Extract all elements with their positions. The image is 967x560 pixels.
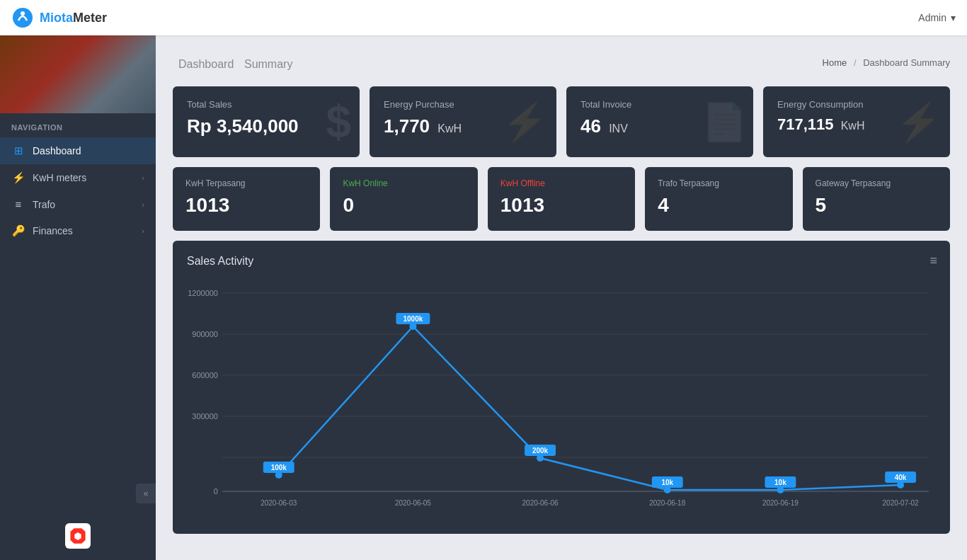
sidebar-item-kwh-label: KwH meters [33, 172, 86, 183]
kwh-online-value: 0 [343, 194, 464, 217]
nav-label: Navigation [0, 113, 156, 137]
svg-text:300000: 300000 [192, 412, 218, 421]
gateway-terpasang-value: 5 [816, 194, 937, 217]
status-cards-row: KwH Terpasang 1013 KwH Online 0 KwH Offl… [173, 167, 950, 231]
sidebar-item-dashboard-label: Dashboard [33, 145, 81, 156]
svg-text:2020-07-02: 2020-07-02 [883, 499, 919, 507]
svg-text:900000: 900000 [192, 330, 218, 338]
sidebar-hero [0, 35, 156, 113]
kwh-offline-card: KwH Offline 1013 [488, 167, 635, 231]
total-invoice-bg-icon: 📄 [702, 101, 748, 144]
breadcrumb-separator: / [854, 57, 857, 68]
trafo-terpasang-value: 4 [658, 194, 779, 217]
sidebar: Navigation ⊞ Dashboard ⚡ KwH meters › ≡ … [0, 35, 156, 560]
svg-text:100k: 100k [271, 464, 287, 472]
sidebar-item-trafo[interactable]: ≡ Trafo › [0, 191, 156, 217]
logo: MiotaMeter [11, 6, 107, 29]
total-sales-card: Total Sales Rp 3,540,000 $ [173, 86, 360, 157]
sales-activity-chart-card: Sales Activity ≡ 1200000 900000 600000 3… [173, 241, 950, 534]
chart-title: Sales Activity [187, 255, 936, 268]
svg-text:0: 0 [214, 487, 218, 496]
svg-text:40k: 40k [895, 474, 907, 481]
kwh-online-label: KwH Online [343, 178, 464, 188]
svg-point-1 [21, 11, 25, 16]
svg-text:10k: 10k [774, 479, 786, 486]
chevron-down-icon: ▾ [951, 12, 956, 23]
page-title: Dashboard Summary [173, 52, 292, 72]
sidebar-item-trafo-label: Trafo [33, 199, 55, 210]
breadcrumb-home[interactable]: Home [823, 57, 847, 68]
sidebar-item-kwh-meters[interactable]: ⚡ KwH meters › [0, 164, 156, 191]
kwh-terpasang-card: KwH Terpasang 1013 [173, 167, 320, 231]
sidebar-item-dashboard[interactable]: ⊞ Dashboard [0, 137, 156, 164]
trafo-terpasang-card: Trafo Terpasang 4 [645, 167, 792, 231]
energy-purchase-card: Energy Purchase 1,770 KwH ⚡ [370, 86, 556, 157]
breadcrumb: Home / Dashboard Summary [823, 57, 950, 68]
chart-menu-button[interactable]: ≡ [929, 253, 937, 268]
gateway-terpasang-label: Gateway Terpasang [816, 178, 937, 188]
svg-text:1000k: 1000k [404, 315, 423, 323]
energy-consumption-bg-icon: ⚡ [896, 101, 942, 144]
brand-name: MiotaMeter [40, 11, 107, 25]
total-sales-label: Total Sales [187, 99, 345, 110]
kwh-online-card: KwH Online 0 [330, 167, 477, 231]
total-sales-bg-icon: $ [326, 96, 351, 148]
svg-point-0 [13, 8, 33, 28]
page-header: Dashboard Summary Home / Dashboard Summa… [173, 52, 950, 72]
kwh-arrow-icon: › [142, 173, 144, 182]
kwh-offline-label: KwH Offline [500, 178, 622, 188]
trafo-icon: ≡ [11, 198, 25, 210]
trafo-terpasang-label: Trafo Terpasang [658, 178, 779, 188]
kwh-terpasang-value: 1013 [185, 194, 307, 217]
svg-text:2020-06-06: 2020-06-06 [522, 499, 559, 507]
sidebar-item-finances[interactable]: 🔑 Finances › [0, 217, 156, 244]
sidebar-bottom [0, 512, 156, 560]
laravel-icon [65, 523, 91, 549]
admin-menu[interactable]: Admin ▾ [918, 12, 956, 23]
svg-text:2020-06-18: 2020-06-18 [649, 499, 685, 507]
stat-cards-row: Total Sales Rp 3,540,000 $ Energy Purcha… [173, 86, 950, 157]
energy-purchase-bg-icon: ⚡ [502, 101, 548, 144]
breadcrumb-current: Dashboard Summary [863, 57, 950, 68]
svg-text:200k: 200k [532, 447, 549, 455]
kwh-offline-value: 1013 [500, 194, 622, 217]
energy-consumption-card: Energy Consumption 717,115 KwH ⚡ [763, 86, 950, 157]
logo-icon [11, 6, 34, 29]
svg-text:600000: 600000 [192, 371, 218, 379]
kwh-terpasang-label: KwH Terpasang [185, 178, 307, 188]
sidebar-item-finances-label: Finances [33, 225, 73, 236]
svg-text:10k: 10k [661, 479, 673, 486]
main-content: Dashboard Summary Home / Dashboard Summa… [156, 35, 967, 560]
chart-svg: 1200000 900000 600000 300000 0 [187, 279, 936, 520]
finances-icon: 🔑 [11, 224, 25, 237]
svg-text:2020-06-05: 2020-06-05 [395, 499, 431, 507]
dashboard-icon: ⊞ [11, 144, 25, 157]
finances-arrow-icon: › [142, 227, 144, 235]
total-invoice-card: Total Invoice 46 INV 📄 [566, 86, 753, 157]
kwh-icon: ⚡ [11, 171, 25, 184]
chart-area: 1200000 900000 600000 300000 0 [187, 279, 936, 520]
total-sales-value: Rp 3,540,000 [187, 115, 345, 137]
app-header: MiotaMeter Admin ▾ [0, 0, 967, 35]
trafo-arrow-icon: › [142, 200, 144, 209]
sidebar-collapse-button[interactable]: « [136, 484, 156, 503]
gateway-terpasang-card: Gateway Terpasang 5 [803, 167, 950, 231]
svg-text:1200000: 1200000 [188, 289, 218, 297]
svg-text:2020-06-19: 2020-06-19 [762, 499, 799, 507]
svg-text:2020-06-03: 2020-06-03 [261, 499, 297, 507]
